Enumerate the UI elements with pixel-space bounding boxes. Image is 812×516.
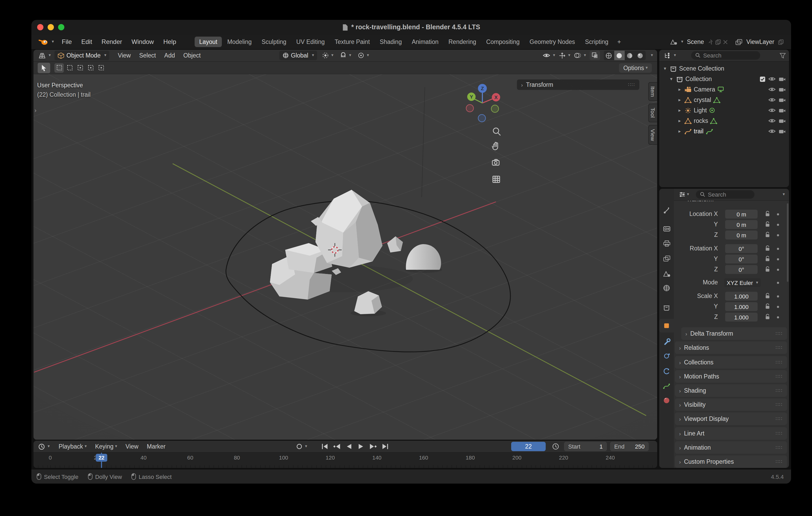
select-mode-button-5[interactable] xyxy=(96,63,106,72)
playhead-label[interactable]: 22 xyxy=(96,454,107,462)
workspace-tab-modeling[interactable]: Modeling xyxy=(223,37,256,47)
toolbar-expand-icon[interactable]: › xyxy=(34,107,36,114)
zoom-button[interactable] xyxy=(58,24,64,30)
disclosure-icon[interactable]: ▾ xyxy=(662,66,668,71)
select-mode-button-3[interactable] xyxy=(75,63,85,72)
jump-to-end-button[interactable] xyxy=(380,442,390,451)
workspace-tab-texture-paint[interactable]: Texture Paint xyxy=(330,37,374,47)
lock-icon[interactable] xyxy=(765,266,770,272)
timeline-editor-button[interactable]: ▾ xyxy=(37,443,51,450)
animate-dot-icon[interactable] xyxy=(777,282,779,284)
disclosure-icon[interactable]: ▸ xyxy=(677,129,682,134)
section-viewport-display[interactable]: › Viewport Display ∷∷ xyxy=(675,413,787,425)
lock-icon[interactable] xyxy=(765,232,770,238)
current-frame-field[interactable]: 22 xyxy=(511,442,546,451)
outliner-search[interactable]: Search xyxy=(691,51,760,60)
viewport-menu-select[interactable]: Select xyxy=(135,51,160,60)
timeline-menu-view[interactable]: View xyxy=(121,442,143,451)
animate-dot-icon[interactable] xyxy=(777,258,779,260)
outliner-row-crystal[interactable]: ▸ crystal xyxy=(659,95,789,105)
animate-dot-icon[interactable] xyxy=(777,248,779,250)
jump-to-start-button[interactable] xyxy=(320,442,329,451)
snap-dropdown[interactable]: ▾ xyxy=(339,52,353,59)
lock-icon[interactable] xyxy=(765,245,770,251)
render-visibility-icon[interactable] xyxy=(779,108,786,113)
animate-dot-icon[interactable] xyxy=(777,306,779,308)
region-grip-icon[interactable]: ∷∷ xyxy=(628,82,635,87)
properties-tab-output[interactable] xyxy=(659,237,674,250)
viewlayer-selector[interactable]: ViewLayer xyxy=(735,38,784,45)
section-animation[interactable]: › Animation ∷∷ xyxy=(675,441,787,454)
animate-dot-icon[interactable] xyxy=(777,234,779,236)
checkbox-icon[interactable] xyxy=(760,76,765,82)
section-grip-icon[interactable]: ∷∷ xyxy=(776,402,783,407)
sidebar-tab-view[interactable]: View xyxy=(648,125,657,145)
properties-tab-tool[interactable] xyxy=(659,203,674,217)
shading-wireframe-button[interactable] xyxy=(604,51,614,60)
viewport-menu-add[interactable]: Add xyxy=(160,51,179,60)
rotation-x-value-field[interactable]: 0° xyxy=(725,244,758,253)
eye-icon[interactable] xyxy=(768,97,776,103)
section-grip-icon[interactable]: ∷∷ xyxy=(776,431,783,436)
outliner-row-light[interactable]: ▸ Light xyxy=(659,105,789,116)
lock-icon[interactable] xyxy=(765,256,770,262)
properties-tab-physics[interactable] xyxy=(659,364,674,378)
animate-dot-icon[interactable] xyxy=(777,224,779,226)
close-button[interactable] xyxy=(37,24,44,30)
outliner-row-trail[interactable]: ▸ trail xyxy=(659,126,789,136)
scene-selector[interactable]: ▾ Scene xyxy=(670,39,727,45)
object-visibility-dropdown[interactable]: ▾ xyxy=(543,52,555,59)
animate-dot-icon[interactable] xyxy=(777,269,779,271)
timeline-menu-marker[interactable]: Marker xyxy=(143,442,170,451)
lock-icon[interactable] xyxy=(765,314,770,320)
pin-icon[interactable] xyxy=(707,39,713,45)
section-visibility[interactable]: › Visibility ∷∷ xyxy=(675,398,787,411)
section-grip-icon[interactable]: ∷∷ xyxy=(776,445,783,450)
properties-tab-view-layer[interactable] xyxy=(659,251,674,265)
timeline-ruler[interactable]: 020406080100120140160180200220240 22 xyxy=(33,453,657,468)
z-value-field[interactable]: 0° xyxy=(725,265,758,274)
outliner-row-scene-collection[interactable]: ▾ Scene Collection xyxy=(659,63,789,74)
app-menu-chevron-icon[interactable]: ▾ xyxy=(52,40,54,44)
viewport-menu-object[interactable]: Object xyxy=(179,51,205,60)
menu-help[interactable]: Help xyxy=(158,36,181,48)
section-relations[interactable]: › Relations ∷∷ xyxy=(675,341,787,354)
workspace-tab-compositing[interactable]: Compositing xyxy=(481,37,524,47)
properties-tab-modifiers[interactable] xyxy=(659,335,674,348)
viewport-3d[interactable]: ▾ Object Mode ▾ ViewSelectAddObject Glob… xyxy=(33,50,657,440)
disclosure-icon[interactable]: ▸ xyxy=(677,87,682,92)
section-grip-icon[interactable]: ∷∷ xyxy=(776,345,783,350)
lock-icon[interactable] xyxy=(765,221,770,227)
proportional-dropdown[interactable]: ▾ xyxy=(356,52,371,59)
eye-icon[interactable] xyxy=(768,128,776,134)
render-visibility-icon[interactable] xyxy=(779,97,786,103)
workspace-tab-scripting[interactable]: Scripting xyxy=(580,37,613,47)
shading-dropdown-icon[interactable]: ▾ xyxy=(651,53,653,58)
sidebar-tab-tool[interactable]: Tool xyxy=(648,104,657,122)
unlink-scene-icon[interactable] xyxy=(723,39,727,44)
render-visibility-icon[interactable] xyxy=(779,128,786,134)
menu-file[interactable]: File xyxy=(57,36,77,48)
frame-start-field[interactable]: Start 1 xyxy=(564,442,607,451)
section-grip-icon[interactable]: ∷∷ xyxy=(776,360,783,365)
select-mode-button-1[interactable] xyxy=(54,63,64,72)
sidebar-tab-item[interactable]: Item xyxy=(648,82,657,101)
menu-render[interactable]: Render xyxy=(97,36,127,48)
workspace-tab-animation[interactable]: Animation xyxy=(407,37,443,47)
outliner-editor-button[interactable]: ▾ xyxy=(662,52,677,59)
orientation-dropdown[interactable]: Global ▾ xyxy=(280,51,317,60)
viewport-menu-view[interactable]: View xyxy=(114,51,135,60)
disclosure-icon[interactable]: ▸ xyxy=(677,118,682,123)
animate-dot-icon[interactable] xyxy=(777,213,779,215)
xray-toggle[interactable] xyxy=(590,51,600,60)
minimize-button[interactable] xyxy=(48,24,54,30)
properties-tab-object-data[interactable] xyxy=(659,379,674,393)
properties-tab-render[interactable] xyxy=(659,222,674,235)
animate-dot-icon[interactable] xyxy=(777,295,779,298)
frame-end-field[interactable]: End 250 xyxy=(610,442,649,451)
properties-tab-particles[interactable] xyxy=(659,349,674,363)
pivot-dropdown[interactable]: ▾ xyxy=(321,52,335,59)
properties-tab-collection[interactable] xyxy=(659,301,674,314)
previous-keyframe-button[interactable] xyxy=(332,442,342,451)
properties-search[interactable]: Search xyxy=(696,190,754,199)
